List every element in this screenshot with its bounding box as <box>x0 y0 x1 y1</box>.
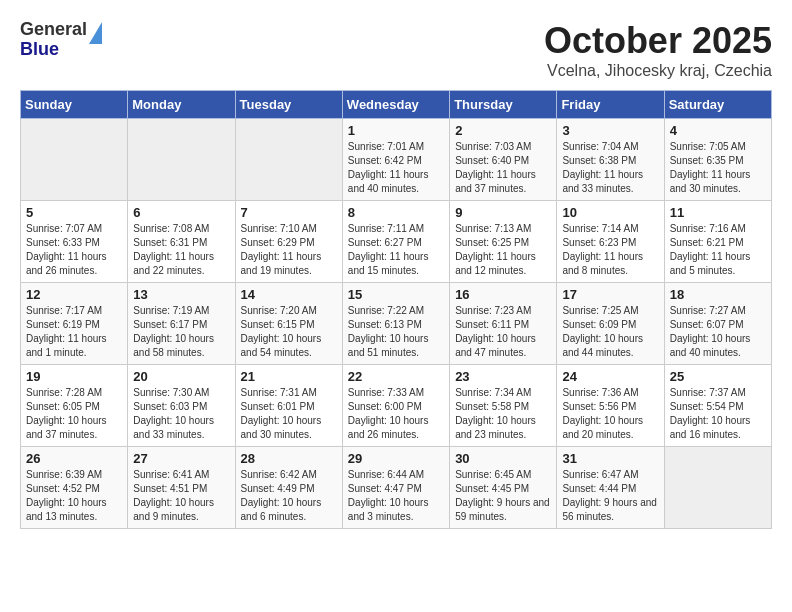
calendar-cell: 6Sunrise: 7:08 AMSunset: 6:31 PMDaylight… <box>128 201 235 283</box>
day-info: Sunrise: 7:08 AMSunset: 6:31 PMDaylight:… <box>133 222 229 278</box>
day-info: Sunrise: 6:44 AMSunset: 4:47 PMDaylight:… <box>348 468 444 524</box>
day-info: Sunrise: 7:13 AMSunset: 6:25 PMDaylight:… <box>455 222 551 278</box>
calendar-cell: 17Sunrise: 7:25 AMSunset: 6:09 PMDayligh… <box>557 283 664 365</box>
week-row-5: 26Sunrise: 6:39 AMSunset: 4:52 PMDayligh… <box>21 447 772 529</box>
day-info: Sunrise: 7:01 AMSunset: 6:42 PMDaylight:… <box>348 140 444 196</box>
calendar-cell: 15Sunrise: 7:22 AMSunset: 6:13 PMDayligh… <box>342 283 449 365</box>
calendar-cell: 11Sunrise: 7:16 AMSunset: 6:21 PMDayligh… <box>664 201 771 283</box>
day-info: Sunrise: 6:41 AMSunset: 4:51 PMDaylight:… <box>133 468 229 524</box>
day-number: 27 <box>133 451 229 466</box>
calendar-cell: 9Sunrise: 7:13 AMSunset: 6:25 PMDaylight… <box>450 201 557 283</box>
page-header: General Blue October 2025 Vcelna, Jihoce… <box>20 20 772 80</box>
calendar-cell: 24Sunrise: 7:36 AMSunset: 5:56 PMDayligh… <box>557 365 664 447</box>
header-cell-thursday: Thursday <box>450 91 557 119</box>
day-number: 17 <box>562 287 658 302</box>
day-number: 9 <box>455 205 551 220</box>
calendar-cell: 5Sunrise: 7:07 AMSunset: 6:33 PMDaylight… <box>21 201 128 283</box>
day-number: 28 <box>241 451 337 466</box>
calendar-header: SundayMondayTuesdayWednesdayThursdayFrid… <box>21 91 772 119</box>
logo-text: General Blue <box>20 20 87 60</box>
logo-arrow-icon <box>89 22 102 44</box>
day-info: Sunrise: 7:33 AMSunset: 6:00 PMDaylight:… <box>348 386 444 442</box>
calendar-cell: 23Sunrise: 7:34 AMSunset: 5:58 PMDayligh… <box>450 365 557 447</box>
day-number: 13 <box>133 287 229 302</box>
day-number: 24 <box>562 369 658 384</box>
logo: General Blue <box>20 20 102 60</box>
day-info: Sunrise: 7:34 AMSunset: 5:58 PMDaylight:… <box>455 386 551 442</box>
header-cell-tuesday: Tuesday <box>235 91 342 119</box>
day-info: Sunrise: 7:16 AMSunset: 6:21 PMDaylight:… <box>670 222 766 278</box>
day-info: Sunrise: 7:23 AMSunset: 6:11 PMDaylight:… <box>455 304 551 360</box>
day-info: Sunrise: 7:36 AMSunset: 5:56 PMDaylight:… <box>562 386 658 442</box>
day-number: 15 <box>348 287 444 302</box>
day-info: Sunrise: 7:03 AMSunset: 6:40 PMDaylight:… <box>455 140 551 196</box>
day-info: Sunrise: 7:04 AMSunset: 6:38 PMDaylight:… <box>562 140 658 196</box>
day-info: Sunrise: 7:28 AMSunset: 6:05 PMDaylight:… <box>26 386 122 442</box>
calendar-cell: 28Sunrise: 6:42 AMSunset: 4:49 PMDayligh… <box>235 447 342 529</box>
header-cell-friday: Friday <box>557 91 664 119</box>
calendar-cell: 16Sunrise: 7:23 AMSunset: 6:11 PMDayligh… <box>450 283 557 365</box>
logo-line2: Blue <box>20 40 87 60</box>
calendar-cell: 2Sunrise: 7:03 AMSunset: 6:40 PMDaylight… <box>450 119 557 201</box>
calendar-cell: 25Sunrise: 7:37 AMSunset: 5:54 PMDayligh… <box>664 365 771 447</box>
calendar-cell: 12Sunrise: 7:17 AMSunset: 6:19 PMDayligh… <box>21 283 128 365</box>
calendar-body: 1Sunrise: 7:01 AMSunset: 6:42 PMDaylight… <box>21 119 772 529</box>
week-row-1: 1Sunrise: 7:01 AMSunset: 6:42 PMDaylight… <box>21 119 772 201</box>
calendar-cell: 14Sunrise: 7:20 AMSunset: 6:15 PMDayligh… <box>235 283 342 365</box>
day-number: 2 <box>455 123 551 138</box>
day-info: Sunrise: 7:30 AMSunset: 6:03 PMDaylight:… <box>133 386 229 442</box>
day-number: 29 <box>348 451 444 466</box>
day-info: Sunrise: 6:39 AMSunset: 4:52 PMDaylight:… <box>26 468 122 524</box>
calendar-cell: 8Sunrise: 7:11 AMSunset: 6:27 PMDaylight… <box>342 201 449 283</box>
header-cell-sunday: Sunday <box>21 91 128 119</box>
day-number: 4 <box>670 123 766 138</box>
day-number: 1 <box>348 123 444 138</box>
calendar-cell: 29Sunrise: 6:44 AMSunset: 4:47 PMDayligh… <box>342 447 449 529</box>
day-number: 23 <box>455 369 551 384</box>
day-number: 22 <box>348 369 444 384</box>
calendar-cell <box>128 119 235 201</box>
calendar-cell: 4Sunrise: 7:05 AMSunset: 6:35 PMDaylight… <box>664 119 771 201</box>
day-info: Sunrise: 6:42 AMSunset: 4:49 PMDaylight:… <box>241 468 337 524</box>
day-number: 12 <box>26 287 122 302</box>
day-number: 11 <box>670 205 766 220</box>
day-number: 7 <box>241 205 337 220</box>
calendar-cell <box>235 119 342 201</box>
location: Vcelna, Jihocesky kraj, Czechia <box>544 62 772 80</box>
day-info: Sunrise: 7:22 AMSunset: 6:13 PMDaylight:… <box>348 304 444 360</box>
calendar-cell <box>21 119 128 201</box>
day-info: Sunrise: 7:19 AMSunset: 6:17 PMDaylight:… <box>133 304 229 360</box>
calendar-cell: 21Sunrise: 7:31 AMSunset: 6:01 PMDayligh… <box>235 365 342 447</box>
calendar-cell: 20Sunrise: 7:30 AMSunset: 6:03 PMDayligh… <box>128 365 235 447</box>
day-number: 10 <box>562 205 658 220</box>
header-row: SundayMondayTuesdayWednesdayThursdayFrid… <box>21 91 772 119</box>
day-number: 30 <box>455 451 551 466</box>
week-row-4: 19Sunrise: 7:28 AMSunset: 6:05 PMDayligh… <box>21 365 772 447</box>
day-info: Sunrise: 7:31 AMSunset: 6:01 PMDaylight:… <box>241 386 337 442</box>
day-number: 26 <box>26 451 122 466</box>
day-info: Sunrise: 7:07 AMSunset: 6:33 PMDaylight:… <box>26 222 122 278</box>
day-info: Sunrise: 7:20 AMSunset: 6:15 PMDaylight:… <box>241 304 337 360</box>
calendar-cell: 13Sunrise: 7:19 AMSunset: 6:17 PMDayligh… <box>128 283 235 365</box>
calendar-cell: 1Sunrise: 7:01 AMSunset: 6:42 PMDaylight… <box>342 119 449 201</box>
calendar-cell: 30Sunrise: 6:45 AMSunset: 4:45 PMDayligh… <box>450 447 557 529</box>
day-info: Sunrise: 7:17 AMSunset: 6:19 PMDaylight:… <box>26 304 122 360</box>
day-number: 18 <box>670 287 766 302</box>
day-number: 14 <box>241 287 337 302</box>
calendar-cell: 26Sunrise: 6:39 AMSunset: 4:52 PMDayligh… <box>21 447 128 529</box>
day-number: 25 <box>670 369 766 384</box>
month-title: October 2025 <box>544 20 772 62</box>
week-row-2: 5Sunrise: 7:07 AMSunset: 6:33 PMDaylight… <box>21 201 772 283</box>
calendar-cell: 19Sunrise: 7:28 AMSunset: 6:05 PMDayligh… <box>21 365 128 447</box>
header-cell-monday: Monday <box>128 91 235 119</box>
day-number: 31 <box>562 451 658 466</box>
logo-line1: General <box>20 20 87 40</box>
day-info: Sunrise: 7:27 AMSunset: 6:07 PMDaylight:… <box>670 304 766 360</box>
header-cell-saturday: Saturday <box>664 91 771 119</box>
week-row-3: 12Sunrise: 7:17 AMSunset: 6:19 PMDayligh… <box>21 283 772 365</box>
calendar-cell: 7Sunrise: 7:10 AMSunset: 6:29 PMDaylight… <box>235 201 342 283</box>
calendar-cell: 10Sunrise: 7:14 AMSunset: 6:23 PMDayligh… <box>557 201 664 283</box>
day-info: Sunrise: 6:47 AMSunset: 4:44 PMDaylight:… <box>562 468 658 524</box>
day-number: 16 <box>455 287 551 302</box>
day-number: 8 <box>348 205 444 220</box>
